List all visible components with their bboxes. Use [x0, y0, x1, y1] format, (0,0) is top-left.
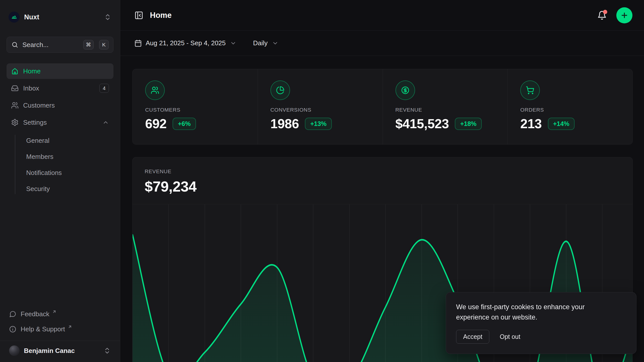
sidebar-item-feedback[interactable]: Feedback [7, 306, 113, 322]
sidebar-item-label: Inbox [23, 84, 39, 92]
page-title: Home [150, 11, 172, 20]
subnav-label: General [26, 137, 50, 145]
users-icon [11, 102, 19, 109]
stat-value: 1986 [270, 116, 299, 131]
nuxt-logo-icon [9, 12, 20, 23]
sidebar-item-members[interactable]: Members [26, 149, 113, 164]
sidebar-item-notifications[interactable]: Notifications [26, 165, 113, 180]
footer-item-label: Help & Support [21, 325, 65, 333]
avatar [9, 345, 20, 356]
chart-label: REVENUE [145, 168, 621, 174]
stat-label: REVENUE [395, 107, 508, 113]
sidebar-item-home[interactable]: Home [7, 63, 113, 79]
search-input[interactable] [22, 41, 79, 49]
sidebar-item-help-support[interactable]: Help & Support [7, 322, 113, 337]
sidebar: Nuxt ⌘ K Home Inbox 4 [0, 0, 120, 362]
accept-button[interactable]: Accept [456, 330, 489, 344]
users-icon [145, 80, 165, 100]
stat-delta-badge: +6% [173, 118, 196, 130]
footer-item-label: Feedback [21, 310, 49, 318]
header-actions [597, 7, 632, 23]
kbd-cmd: ⌘ [83, 40, 94, 50]
panel-left-close-icon[interactable] [134, 11, 143, 20]
message-circle-icon [9, 310, 16, 318]
cookie-banner: We use first-party cookies to enhance yo… [446, 292, 636, 354]
opt-out-button[interactable]: Opt out [493, 330, 527, 343]
chart-total-value: $79,234 [145, 178, 621, 195]
chevrons-up-down-icon [103, 347, 111, 354]
sidebar-item-inbox[interactable]: Inbox 4 [7, 80, 113, 96]
chevron-down-icon [272, 40, 278, 47]
granularity-value: Daily [253, 39, 268, 47]
info-circle-icon [9, 326, 16, 333]
revenue-chart-header: REVENUE $79,234 [133, 157, 632, 195]
cookie-message: We use first-party cookies to enhance yo… [456, 302, 617, 322]
stat-delta-badge: +13% [305, 118, 332, 130]
filter-toolbar: Aug 21, 2025 - Sep 4, 2025 Daily [120, 31, 644, 56]
search-input-wrapper[interactable]: ⌘ K [7, 37, 113, 53]
stat-conversions[interactable]: CONVERSIONS 1986 +13% [258, 69, 383, 144]
stat-value: 692 [145, 116, 167, 131]
stat-customers[interactable]: CUSTOMERS 692 +6% [133, 69, 258, 144]
sidebar-item-customers[interactable]: Customers [7, 98, 113, 113]
pie-chart-icon [270, 80, 290, 100]
subnav-label: Security [26, 185, 50, 193]
stat-value: 213 [520, 116, 542, 131]
circle-dollar-icon [395, 80, 415, 100]
stat-delta-badge: +14% [548, 118, 575, 130]
stat-orders[interactable]: ORDERS 213 +14% [507, 69, 632, 144]
calendar-icon [134, 39, 142, 47]
granularity-select[interactable]: Daily [253, 39, 278, 47]
cookie-actions: Accept Opt out [456, 330, 626, 344]
sidebar-footer: Feedback Help & Support Benjamin Canac [7, 306, 113, 362]
stat-delta-badge: +18% [455, 118, 482, 130]
notifications-button[interactable] [597, 11, 607, 20]
kbd-k: K [99, 40, 109, 50]
sidebar-item-label: Customers [23, 102, 55, 109]
chevron-down-icon [230, 40, 236, 47]
stat-label: ORDERS [520, 107, 632, 113]
chevron-up-icon [102, 119, 109, 126]
inbox-icon [11, 84, 19, 92]
workspace-name: Nuxt [24, 13, 99, 21]
settings-subnav: General Members Notifications Security [7, 133, 113, 197]
shopping-cart-icon [520, 80, 540, 100]
house-icon [11, 67, 19, 75]
notification-dot [603, 10, 607, 14]
date-range-picker[interactable]: Aug 21, 2025 - Sep 4, 2025 [134, 39, 236, 47]
gear-icon [11, 119, 19, 126]
sidebar-item-label: Home [23, 67, 41, 75]
sidebar-item-label: Settings [23, 119, 47, 126]
page-header: Home [120, 0, 644, 31]
workspace-switcher[interactable]: Nuxt [7, 9, 113, 25]
sidebar-nav: Home Inbox 4 Customers Settings Ge [7, 63, 113, 197]
stat-label: CONVERSIONS [270, 107, 383, 113]
subnav-label: Notifications [26, 169, 62, 177]
sidebar-item-general[interactable]: General [26, 133, 113, 148]
arrow-up-right-icon [52, 309, 57, 314]
stat-revenue[interactable]: REVENUE $415,523 +18% [383, 69, 508, 144]
plus-icon [620, 11, 628, 19]
chevrons-up-down-icon [104, 13, 111, 21]
date-range-value: Aug 21, 2025 - Sep 4, 2025 [146, 39, 226, 47]
stat-label: CUSTOMERS [145, 107, 258, 113]
sidebar-item-security[interactable]: Security [26, 181, 113, 197]
sidebar-item-settings[interactable]: Settings [7, 115, 113, 130]
inbox-count-badge: 4 [99, 84, 109, 93]
subnav-label: Members [26, 153, 53, 161]
arrow-up-right-icon [68, 325, 72, 329]
user-menu[interactable]: Benjamin Canac [0, 341, 120, 362]
stat-value: $415,523 [395, 116, 449, 131]
search-icon [11, 41, 18, 48]
add-button[interactable] [616, 7, 632, 23]
user-name: Benjamin Canac [24, 347, 99, 355]
stats-card: CUSTOMERS 692 +6% CONVERSIONS 1986 +13% [132, 69, 633, 145]
